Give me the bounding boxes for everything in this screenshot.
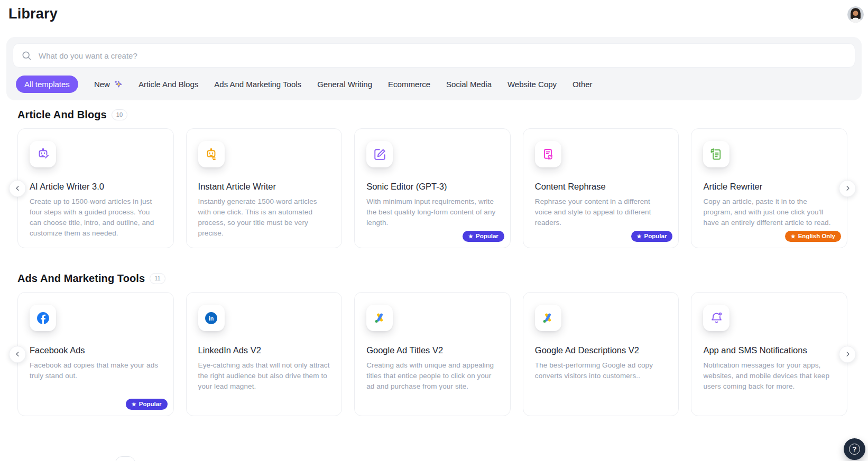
section-count-badge: 11 <box>150 273 165 284</box>
card-app-and-sms-notifications[interactable]: App and SMS Notifications Notification m… <box>691 292 847 416</box>
section-title: Article And Blogs <box>17 109 107 121</box>
tab-social-media[interactable]: Social Media <box>446 76 492 92</box>
article-refresh-icon <box>703 141 730 167</box>
tab-general-writing[interactable]: General Writing <box>317 76 372 92</box>
card-google-ad-descriptions-v2[interactable]: Google Ad Descriptions V2 The best-perfo… <box>523 292 679 416</box>
tab-ecommerce[interactable]: Ecommerce <box>388 76 430 92</box>
star-icon: ★ <box>791 234 796 239</box>
tab-website-copy[interactable]: Website Copy <box>507 76 557 92</box>
avatar-photo-icon <box>847 6 864 23</box>
question-mark-icon: ? <box>849 444 860 455</box>
card-article-rewriter[interactable]: Article Rewriter Copy an article, paste … <box>691 128 847 248</box>
library-page: Library All templates New Article And Bl… <box>0 0 868 461</box>
tab-article-and-blogs[interactable]: Article And Blogs <box>138 76 198 92</box>
tab-ads-and-marketing-tools[interactable]: Ads And Marketing Tools <box>214 76 301 92</box>
template-category-tabs: All templates New Article And Blogs Ads … <box>16 76 852 93</box>
tab-new[interactable]: New <box>94 76 123 92</box>
svg-text:in: in <box>209 315 214 322</box>
template-sections: Article And Blogs 10 AI Article Writer 3… <box>0 100 868 416</box>
robot-lines-icon <box>198 141 225 167</box>
facebook-icon <box>30 305 56 331</box>
card-facebook-ads[interactable]: Facebook Ads Facebook ad copies that mak… <box>17 292 174 416</box>
robot-pencil-icon <box>30 141 56 167</box>
bell-icon <box>703 305 730 331</box>
carousel-prev-button[interactable] <box>9 180 26 197</box>
chevron-right-icon <box>844 351 851 357</box>
badge-english-only: ★English Only <box>785 231 841 242</box>
card-ai-article-writer-3-0[interactable]: AI Article Writer 3.0 Create up to 1500-… <box>17 128 174 248</box>
tab-all-templates[interactable]: All templates <box>16 76 78 93</box>
star-icon: ★ <box>132 402 136 407</box>
carousel-next-button[interactable] <box>839 346 856 363</box>
section-article-and-blogs: Article And Blogs 10 AI Article Writer 3… <box>17 109 847 248</box>
badge-popular: ★Popular <box>126 399 168 410</box>
carousel-next-button[interactable] <box>839 180 856 197</box>
card-instant-article-writer[interactable]: Instant Article Writer Instantly generat… <box>186 128 343 248</box>
card-google-ad-titles-v2[interactable]: Google Ad Titles V2 Creating ads with un… <box>354 292 511 416</box>
help-button[interactable]: ? <box>844 438 865 460</box>
page-header: Library <box>0 0 868 37</box>
badge-popular: ★Popular <box>631 231 673 242</box>
star-icon: ★ <box>468 234 473 239</box>
page-title: Library <box>8 6 58 22</box>
chevron-right-icon <box>844 185 851 192</box>
sparkle-icon <box>114 80 123 89</box>
search-bar <box>13 43 855 68</box>
google-ads-icon <box>535 305 561 331</box>
chevron-left-icon <box>14 185 21 192</box>
user-avatar[interactable] <box>847 6 864 23</box>
next-section-count-pill-partial <box>115 456 135 461</box>
card-sonic-editor-gpt-3[interactable]: Sonic Editor (GPT-3) With minimum input … <box>354 128 511 248</box>
star-icon: ★ <box>637 234 642 239</box>
section-count-badge: 10 <box>112 109 127 120</box>
google-ads-icon <box>366 305 393 331</box>
chevron-left-icon <box>14 351 21 357</box>
carousel-prev-button[interactable] <box>9 346 26 363</box>
badge-popular: ★Popular <box>463 231 504 242</box>
edit-square-icon <box>366 141 393 167</box>
card-content-rephrase[interactable]: Content Rephrase Rephrase your content i… <box>523 128 679 248</box>
document-refresh-icon <box>535 141 561 167</box>
tab-other[interactable]: Other <box>572 76 593 92</box>
search-panel: All templates New Article And Blogs Ads … <box>6 37 862 100</box>
card-linkedin-ads-v2[interactable]: in LinkedIn Ads V2 Eye-catching ads that… <box>186 292 343 416</box>
linkedin-icon: in <box>198 305 225 331</box>
search-input[interactable] <box>38 51 847 61</box>
search-icon <box>21 50 32 61</box>
card-carousel: AI Article Writer 3.0 Create up to 1500-… <box>17 128 847 248</box>
section-ads-and-marketing-tools: Ads And Marketing Tools 11 Facebook Ads … <box>17 272 847 416</box>
card-carousel: Facebook Ads Facebook ad copies that mak… <box>17 292 847 416</box>
section-title: Ads And Marketing Tools <box>17 272 145 285</box>
